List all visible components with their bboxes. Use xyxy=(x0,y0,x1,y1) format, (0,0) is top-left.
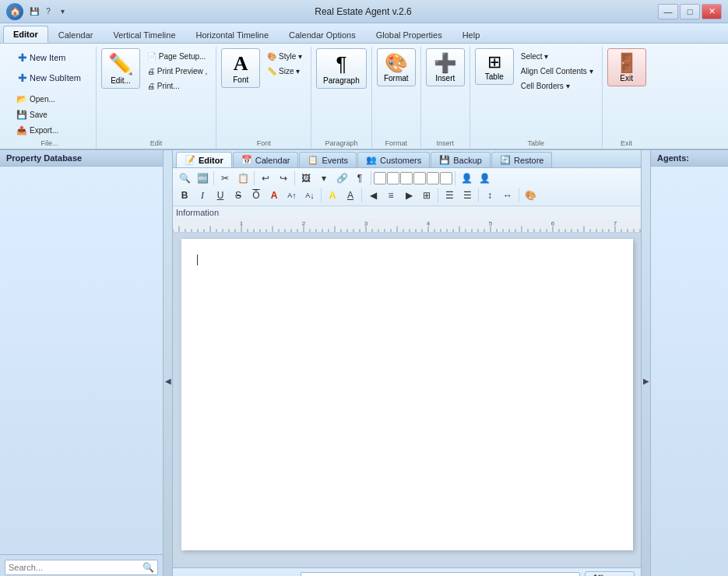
tb-person1-btn[interactable]: 👤 xyxy=(458,170,475,186)
format-large-button[interactable]: 🎨 Format xyxy=(377,48,416,86)
tb-indent-btn[interactable]: ↕ xyxy=(481,188,498,203)
new-item-button[interactable]: ✚ New Item xyxy=(12,48,71,67)
doc-tab-customers[interactable]: 👥 Customers xyxy=(357,152,430,167)
tb-check1[interactable] xyxy=(374,172,386,184)
ribbon: ✚ New Item ✚ New SubItem 📂 Open... 💾 Sav… xyxy=(0,44,728,150)
table-icon: ⊞ xyxy=(487,52,501,72)
tb-copy-btn[interactable]: 📋 xyxy=(234,170,251,186)
quick-save-btn[interactable]: 💾 xyxy=(28,5,40,18)
tb-sep-8 xyxy=(438,188,438,202)
size-dropdown-button[interactable]: 📏 Size ▾ xyxy=(263,65,306,78)
tb-redo-btn[interactable]: ↪ xyxy=(275,170,292,186)
document-area[interactable] xyxy=(173,233,641,567)
tb-person2-btn[interactable]: 👤 xyxy=(476,170,493,186)
insert-large-button[interactable]: ➕ Insert xyxy=(426,48,465,86)
tb-sep-3 xyxy=(294,171,295,185)
tb-check3[interactable] xyxy=(400,172,413,184)
tab-calendar[interactable]: Calendar xyxy=(48,26,104,43)
paragraph-large-button[interactable]: ¶ Paragraph xyxy=(316,48,367,89)
save-property-button[interactable]: 💾 Save xyxy=(585,571,635,576)
tb-search-btn[interactable]: 🔍 xyxy=(176,170,193,186)
main-container: Property Database 🔍 Property Info Custom… xyxy=(0,150,728,576)
style-dropdown-button[interactable]: 🎨 Style ▾ xyxy=(263,50,306,63)
tb-underline2-btn[interactable]: A xyxy=(342,188,359,203)
tb-highlight-btn[interactable]: A xyxy=(324,188,341,203)
font-large-button[interactable]: A Font xyxy=(221,48,260,88)
tb-align-right-btn[interactable]: ▶ xyxy=(400,188,417,203)
open-button[interactable]: 📂 Open... xyxy=(12,92,62,107)
doc-tab-calendar[interactable]: 📅 Calendar xyxy=(233,152,299,167)
tb-underline-btn[interactable]: U xyxy=(212,188,229,203)
minimize-button[interactable]: — xyxy=(658,4,678,19)
format-icon: 🎨 xyxy=(385,52,408,74)
tb-paragraph-btn[interactable]: ¶ xyxy=(351,170,368,186)
tb-strikethrough-btn[interactable]: S xyxy=(230,188,247,203)
tb-check4[interactable] xyxy=(413,172,426,184)
insert-group-label: Insert xyxy=(426,138,465,147)
paragraph-icon: ¶ xyxy=(336,52,346,76)
tb-list-btn[interactable]: ☰ xyxy=(441,188,458,203)
tab-global-properties[interactable]: Global Properties xyxy=(366,26,452,43)
doc-tab-restore[interactable]: 🔄 Restore xyxy=(491,152,553,167)
tab-horizontal-timeline[interactable]: Horizontal Timeline xyxy=(186,26,280,43)
tb-cut-btn[interactable]: ✂ xyxy=(216,170,234,186)
bottom-bar: 🏠 ▾ Property Info: 💾 Save Custom Data: xyxy=(173,567,641,576)
property-info-input[interactable] xyxy=(301,572,580,577)
tb-textcolor2-btn[interactable]: 🎨 xyxy=(522,188,539,203)
doc-tab-events[interactable]: 📋 Events xyxy=(299,152,357,167)
cell-borders-button[interactable]: Cell Borders ▾ xyxy=(517,79,597,93)
tb-overline-btn[interactable]: Ō xyxy=(248,188,265,203)
quick-help-btn[interactable]: ? xyxy=(42,5,55,18)
tb-italic-btn[interactable]: I xyxy=(194,188,211,203)
tb-link-btn[interactable]: 🔗 xyxy=(333,170,350,186)
information-label: Information xyxy=(173,206,641,219)
close-button[interactable]: ✕ xyxy=(702,4,722,19)
tb-check6[interactable] xyxy=(440,172,452,184)
new-subitem-button[interactable]: ✚ New SubItem xyxy=(12,68,86,87)
tb-check2[interactable] xyxy=(387,172,399,184)
maximize-button[interactable]: □ xyxy=(680,4,700,19)
right-panel-collapse-button[interactable]: ▶ xyxy=(641,150,650,576)
edit-large-button[interactable]: ✏️ Edit... xyxy=(101,48,140,89)
page-setup-button[interactable]: 📄 Page Setup... xyxy=(143,50,211,63)
table-large-button[interactable]: ⊞ Table xyxy=(475,48,514,85)
quick-dropdown-btn[interactable]: ▾ xyxy=(56,5,69,18)
search-input[interactable] xyxy=(9,563,142,572)
tab-vertical-timeline[interactable]: Vertical Timeline xyxy=(103,26,185,43)
doc-tab-restore-label: Restore xyxy=(514,156,544,165)
tb-align-justify-btn[interactable]: ⊞ xyxy=(418,188,435,203)
tb-fontcolor-btn[interactable]: A xyxy=(266,188,283,203)
insert-icon: ➕ xyxy=(434,52,457,74)
tb-aa-btn[interactable]: 🔤 xyxy=(194,170,211,186)
tab-help[interactable]: Help xyxy=(452,26,491,43)
select-dropdown-button[interactable]: Select ▾ xyxy=(517,50,597,63)
tb-ordered-list-btn[interactable]: ☰ xyxy=(459,188,476,203)
align-cell-button[interactable]: Align Cell Contents ▾ xyxy=(517,65,597,78)
font-label: Font xyxy=(233,76,248,84)
font-icon: A xyxy=(234,52,248,76)
tb-supscript-btn[interactable]: A↑ xyxy=(283,188,301,203)
exit-large-button[interactable]: 🚪 Exit xyxy=(607,48,646,86)
tb-align-left-btn[interactable]: ◀ xyxy=(364,188,382,203)
ribbon-group-paragraph: ¶ Paragraph Paragraph xyxy=(311,47,372,149)
tb-image-btn[interactable]: 🖼 xyxy=(297,170,315,186)
tb-check5[interactable] xyxy=(427,172,439,184)
print-button[interactable]: 🖨 Print... xyxy=(143,79,211,93)
tb-undo-btn[interactable]: ↩ xyxy=(257,170,274,186)
font-group-label: Font xyxy=(221,138,306,147)
tb-img-dropdown-btn[interactable]: ▾ xyxy=(315,170,332,186)
tb-subscript-btn[interactable]: A↓ xyxy=(301,188,318,203)
tab-calendar-options[interactable]: Calendar Options xyxy=(279,26,366,43)
doc-tab-backup[interactable]: 💾 Backup xyxy=(431,152,491,167)
print-preview-button[interactable]: 🖨 Print Preview , xyxy=(143,65,211,78)
left-sidebar-collapse-button[interactable]: ◀ xyxy=(164,150,173,576)
tb-outdent-btn[interactable]: ↔ xyxy=(499,188,516,203)
doc-tab-editor[interactable]: 📝 Editor xyxy=(176,152,232,167)
save-button-ribbon[interactable]: 💾 Save xyxy=(12,107,62,122)
export-button[interactable]: 📤 Export... xyxy=(12,123,62,138)
property-info-row: Property Info: 💾 Save xyxy=(226,571,635,576)
ribbon-group-exit: 🚪 Exit Exit xyxy=(603,47,651,149)
tb-align-center-btn[interactable]: ≡ xyxy=(382,188,399,203)
tab-editor[interactable]: Editor xyxy=(3,26,48,43)
tb-bold-btn[interactable]: B xyxy=(176,188,193,203)
